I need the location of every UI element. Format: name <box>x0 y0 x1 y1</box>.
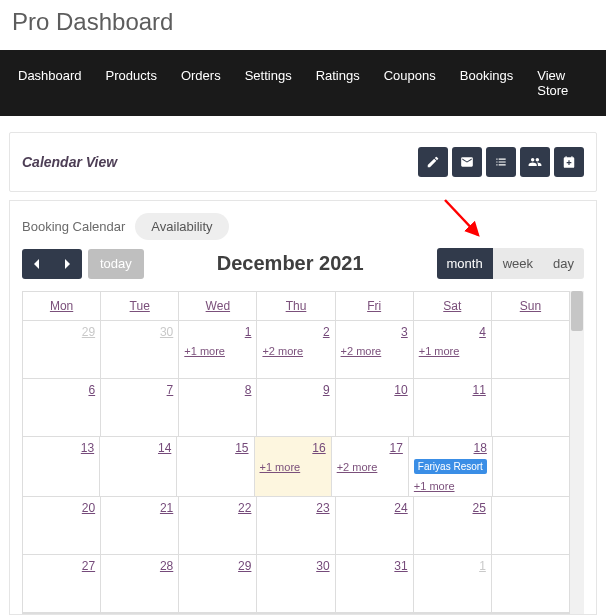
header-fri[interactable]: Fri <box>336 292 414 321</box>
day-cell[interactable] <box>492 321 569 379</box>
header-sat[interactable]: Sat <box>414 292 492 321</box>
day-cell[interactable]: 18Fariyas Resort+1 more <box>409 437 493 497</box>
nav-view-store[interactable]: View Store <box>525 50 600 116</box>
day-number[interactable]: 21 <box>160 501 173 515</box>
day-number[interactable]: 28 <box>160 559 173 573</box>
day-cell[interactable]: 3+2 more <box>336 321 414 379</box>
day-cell[interactable]: 6 <box>23 379 101 437</box>
day-number[interactable]: 30 <box>316 559 329 573</box>
nav-coupons[interactable]: Coupons <box>372 50 448 116</box>
more-link[interactable]: +2 more <box>262 345 329 357</box>
day-number[interactable]: 31 <box>394 559 407 573</box>
day-number[interactable]: 16 <box>312 441 325 455</box>
header-mon[interactable]: Mon <box>23 292 101 321</box>
edit-icon[interactable] <box>418 147 448 177</box>
day-number[interactable]: 6 <box>88 383 95 397</box>
day-number[interactable]: 9 <box>323 383 330 397</box>
day-cell[interactable]: 25 <box>414 497 492 555</box>
day-cell[interactable]: 9 <box>257 379 335 437</box>
day-cell[interactable]: 29 <box>179 555 257 613</box>
day-number[interactable]: 8 <box>245 383 252 397</box>
day-cell[interactable] <box>493 437 569 497</box>
day-cell[interactable]: 4+1 more <box>414 321 492 379</box>
tab-booking-calendar[interactable]: Booking Calendar <box>22 219 125 234</box>
day-number[interactable]: 15 <box>235 441 248 455</box>
day-cell[interactable]: 17+2 more <box>332 437 409 497</box>
more-link[interactable]: +1 more <box>414 480 487 492</box>
day-number[interactable]: 14 <box>158 441 171 455</box>
scrollbar[interactable] <box>570 291 584 614</box>
day-cell[interactable]: 13 <box>23 437 100 497</box>
group-icon[interactable] <box>520 147 550 177</box>
nav-products[interactable]: Products <box>94 50 169 116</box>
event-chip[interactable]: Fariyas Resort <box>414 459 487 474</box>
day-number[interactable]: 13 <box>81 441 94 455</box>
day-number[interactable]: 24 <box>394 501 407 515</box>
day-cell[interactable] <box>492 555 569 613</box>
day-number[interactable]: 27 <box>82 559 95 573</box>
tab-availability[interactable]: Availability <box>135 213 228 240</box>
more-link[interactable]: +1 more <box>419 345 486 357</box>
day-cell[interactable]: 1+1 more <box>179 321 257 379</box>
day-cell[interactable]: 14 <box>100 437 177 497</box>
day-cell[interactable]: 27 <box>23 555 101 613</box>
day-cell[interactable]: 22 <box>179 497 257 555</box>
day-number[interactable]: 29 <box>238 559 251 573</box>
day-number[interactable]: 23 <box>316 501 329 515</box>
day-cell[interactable]: 10 <box>336 379 414 437</box>
day-number[interactable]: 30 <box>160 325 173 339</box>
nav-settings[interactable]: Settings <box>233 50 304 116</box>
day-number[interactable]: 7 <box>167 383 174 397</box>
next-button[interactable] <box>52 249 82 279</box>
today-button[interactable]: today <box>88 249 144 279</box>
day-cell[interactable]: 30 <box>257 555 335 613</box>
day-number[interactable]: 1 <box>479 559 486 573</box>
more-link[interactable]: +2 more <box>337 461 403 473</box>
day-number[interactable]: 25 <box>472 501 485 515</box>
header-thu[interactable]: Thu <box>257 292 335 321</box>
mail-icon[interactable] <box>452 147 482 177</box>
header-tue[interactable]: Tue <box>101 292 179 321</box>
day-number[interactable]: 1 <box>245 325 252 339</box>
nav-bookings[interactable]: Bookings <box>448 50 525 116</box>
day-number[interactable]: 17 <box>390 441 403 455</box>
prev-button[interactable] <box>22 249 52 279</box>
day-cell[interactable]: 2+2 more <box>257 321 335 379</box>
calendar-add-icon[interactable] <box>554 147 584 177</box>
day-cell[interactable]: 7 <box>101 379 179 437</box>
day-number[interactable]: 20 <box>82 501 95 515</box>
day-number[interactable]: 2 <box>323 325 330 339</box>
view-week-button[interactable]: week <box>493 248 543 279</box>
header-wed[interactable]: Wed <box>179 292 257 321</box>
day-cell[interactable]: 16+1 more <box>255 437 332 497</box>
day-cell[interactable] <box>492 379 569 437</box>
day-number[interactable]: 3 <box>401 325 408 339</box>
day-number[interactable]: 18 <box>474 441 487 455</box>
day-cell[interactable]: 15 <box>177 437 254 497</box>
nav-orders[interactable]: Orders <box>169 50 233 116</box>
day-number[interactable]: 10 <box>394 383 407 397</box>
day-number[interactable]: 29 <box>82 325 95 339</box>
header-sun[interactable]: Sun <box>492 292 569 321</box>
day-cell[interactable]: 20 <box>23 497 101 555</box>
day-number[interactable]: 4 <box>479 325 486 339</box>
more-link[interactable]: +2 more <box>341 345 408 357</box>
day-cell[interactable]: 29 <box>23 321 101 379</box>
day-cell[interactable]: 28 <box>101 555 179 613</box>
view-day-button[interactable]: day <box>543 248 584 279</box>
day-cell[interactable]: 8 <box>179 379 257 437</box>
more-link[interactable]: +1 more <box>260 461 326 473</box>
view-month-button[interactable]: month <box>437 248 493 279</box>
day-cell[interactable]: 31 <box>336 555 414 613</box>
day-cell[interactable] <box>492 497 569 555</box>
day-cell[interactable]: 1 <box>414 555 492 613</box>
more-link[interactable]: +1 more <box>184 345 251 357</box>
scrollbar-thumb[interactable] <box>571 291 583 331</box>
day-number[interactable]: 11 <box>472 383 485 397</box>
day-cell[interactable]: 30 <box>101 321 179 379</box>
day-cell[interactable]: 11 <box>414 379 492 437</box>
nav-dashboard[interactable]: Dashboard <box>6 50 94 116</box>
nav-ratings[interactable]: Ratings <box>304 50 372 116</box>
day-number[interactable]: 22 <box>238 501 251 515</box>
day-cell[interactable]: 21 <box>101 497 179 555</box>
